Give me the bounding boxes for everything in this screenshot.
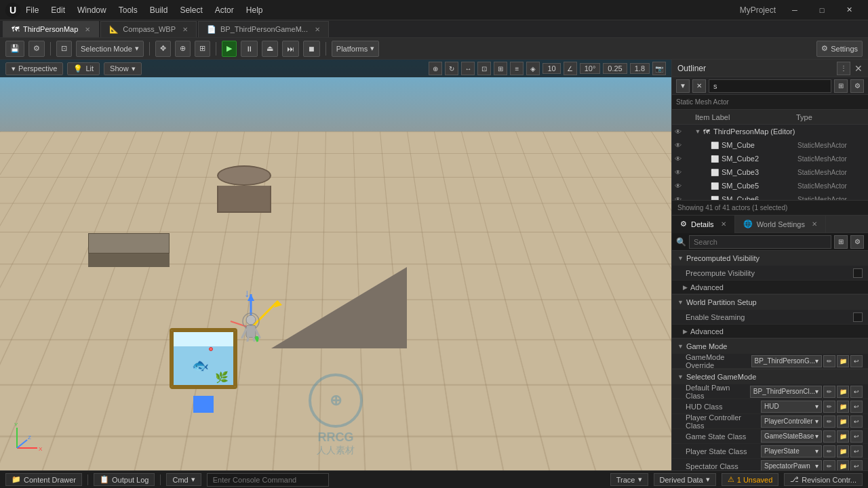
section-header-precomputed[interactable]: ▼ Precomputed Visibility [672, 251, 868, 266]
visibility-icon[interactable]: 👁 [675, 142, 684, 149]
skip-button[interactable]: ⏭ [282, 41, 299, 57]
expand-icon[interactable] [702, 182, 710, 190]
tree-item-smcube3[interactable]: 👁 ⬜ SM_Cube3 StaticMeshActor [672, 165, 868, 179]
tree-item-smcube2[interactable]: 👁 ⬜ SM_Cube2 StaticMeshActor [672, 152, 868, 165]
viewport-scale-icon[interactable]: ↔ [461, 62, 475, 75]
pc-clear-icon[interactable]: ↩ [850, 415, 863, 428]
menu-window[interactable]: Window [72, 4, 112, 16]
tab-close-icon[interactable]: ✕ [315, 26, 320, 33]
derived-data-button[interactable]: Derived Data ▾ [654, 473, 716, 486]
details-view-btn[interactable]: ⊞ [834, 235, 848, 249]
tab-close-icon[interactable]: ✕ [182, 26, 188, 33]
details-search-input[interactable] [689, 235, 831, 249]
viewport[interactable]: ▾ Perspective 💡 Lit Show ▾ ⊕ ↻ ↔ ⊡ ⊞ ≡ ◈… [0, 60, 671, 470]
mode-button[interactable]: ⊡ [56, 41, 72, 57]
source-control-button[interactable]: ⚙ [28, 41, 45, 57]
expand-icon[interactable] [702, 141, 710, 149]
gs-clear-icon[interactable]: ↩ [850, 430, 863, 443]
menu-edit[interactable]: Edit [45, 4, 71, 16]
label-col-header[interactable]: Item Label [695, 113, 796, 121]
outliner-options-icon[interactable]: ⋮ [837, 62, 850, 75]
platforms-button[interactable]: Platforms ▾ [332, 41, 379, 57]
trace-button[interactable]: Trace ▾ [610, 473, 648, 486]
outliner-search-input[interactable] [709, 79, 831, 93]
save-button[interactable]: 💾 [5, 41, 24, 57]
expand-icon[interactable] [702, 155, 710, 163]
lit-button[interactable]: 💡 Lit [67, 62, 100, 75]
subsection-header[interactable]: ▶ Advanced [672, 281, 868, 294]
gamemode-override-dropdown[interactable]: BP_ThirdPersonG... ▾ [751, 355, 822, 367]
viewport-grid-icon[interactable]: ⊞ [494, 62, 507, 75]
ps-edit-icon[interactable]: ✏ [823, 445, 835, 458]
output-log-button[interactable]: 📋 Output Log [94, 473, 155, 486]
tab-compass-wbp[interactable]: 📐 Compass_WBP ✕ [100, 21, 197, 37]
enable-streaming-checkbox[interactable] [853, 312, 863, 322]
pc-browse-icon[interactable]: 📁 [837, 415, 849, 428]
section-header-gamemode[interactable]: ▼ Game Mode [672, 339, 868, 354]
expand-icon[interactable] [702, 168, 710, 176]
outliner-settings-icon[interactable]: ⚙ [850, 79, 864, 93]
hud-clear-icon[interactable]: ↩ [850, 401, 863, 413]
pawn-clear-icon[interactable]: ↩ [850, 386, 863, 398]
tab-details[interactable]: ⚙ Details ✕ [672, 216, 735, 233]
expand-icon[interactable]: ▼ [694, 127, 702, 136]
settings-button[interactable]: ⚙ Settings [816, 41, 863, 57]
player-controller-dropdown[interactable]: PlayerController ▾ [761, 415, 822, 428]
tab-bp-thirdperson[interactable]: 📄 BP_ThirdPersonGameM... ✕ [198, 21, 329, 37]
gs-edit-icon[interactable]: ✏ [823, 430, 835, 443]
ps-clear-icon[interactable]: ↩ [850, 445, 863, 458]
tree-item-smcube6[interactable]: 👁 ⬜ SM_Cube6 StaticMeshActor [672, 192, 868, 200]
cmd-dropdown[interactable]: Cmd ▾ [166, 473, 201, 486]
transform-button[interactable]: ✥ [155, 41, 171, 57]
outliner-view-options-icon[interactable]: ⊞ [834, 79, 848, 93]
spec-edit-icon[interactable]: ✏ [823, 460, 835, 471]
tree-item-smcube[interactable]: 👁 ⬜ SM_Cube StaticMeshActor [672, 138, 868, 152]
show-button[interactable]: Show ▾ [104, 62, 142, 75]
stop-button[interactable]: ⏹ [303, 41, 320, 57]
grid-button[interactable]: ⊞ [195, 41, 210, 57]
tree-item-smcube5[interactable]: 👁 ⬜ SM_Cube5 StaticMeshActor [672, 179, 868, 192]
content-drawer-button[interactable]: 📁 Content Drawer [5, 473, 82, 486]
ps-browse-icon[interactable]: 📁 [837, 445, 849, 458]
tab-thirdpersonmap[interactable]: 🗺 ThirdPersonMap ✕ [3, 21, 99, 37]
menu-actor[interactable]: Actor [210, 4, 239, 16]
player-state-dropdown[interactable]: PlayerState ▾ [761, 445, 822, 458]
revision-control-button[interactable]: ⎇ Revision Contr... [784, 473, 863, 486]
pawn-browse-icon[interactable]: 📁 [837, 386, 849, 398]
hud-class-dropdown[interactable]: HUD ▾ [761, 401, 822, 413]
minimize-button[interactable]: ─ [781, 0, 808, 20]
section-header-selectedgamemode[interactable]: ▼ Selected GameMode [672, 369, 868, 384]
tab-close-icon[interactable]: ✕ [85, 26, 90, 33]
maximize-button[interactable]: □ [808, 0, 835, 20]
details-tab-close-icon[interactable]: ✕ [721, 220, 726, 228]
viewport-vis-icon[interactable]: ◈ [526, 62, 540, 75]
tree-item-root[interactable]: 👁 ▼ 🗺 ThirdPersonMap (Editor) [672, 125, 868, 138]
menu-file[interactable]: File [20, 4, 44, 16]
outliner-close-icon[interactable]: ✕ [692, 79, 706, 93]
spec-browse-icon[interactable]: 📁 [837, 460, 849, 471]
pause-button[interactable]: ⏸ [241, 41, 258, 57]
eject-button[interactable]: ⏏ [262, 41, 278, 57]
expand-icon[interactable] [702, 195, 710, 200]
viewport-move-icon[interactable]: ⊕ [429, 62, 442, 75]
menu-help[interactable]: Help [241, 4, 269, 16]
viewport-world-icon[interactable]: ⊡ [477, 62, 491, 75]
game-state-dropdown[interactable]: GameStateBase ▾ [761, 430, 822, 443]
hud-browse-icon[interactable]: 📁 [837, 401, 849, 413]
visibility-icon[interactable]: 👁 [675, 182, 684, 190]
close-button[interactable]: ✕ [835, 0, 863, 20]
play-button[interactable]: ▶ [222, 41, 237, 57]
perspective-button[interactable]: ▾ Perspective [5, 62, 63, 75]
viewport-angle-icon[interactable]: ∠ [564, 62, 577, 75]
console-input[interactable] [207, 473, 329, 487]
gamemode-browse-icon[interactable]: 📁 [837, 355, 849, 367]
gamemode-clear-icon[interactable]: ↩ [850, 355, 863, 367]
outliner-filter-icon[interactable]: ▼ [676, 79, 690, 93]
menu-select[interactable]: Select [174, 4, 208, 16]
visibility-icon[interactable]: 👁 [675, 128, 684, 136]
precompute-visibility-checkbox[interactable] [853, 268, 863, 278]
default-pawn-dropdown[interactable]: BP_ThirdPersonCl... ▾ [750, 386, 822, 398]
subsection-header[interactable]: ▶ Advanced [672, 325, 868, 338]
details-settings-btn[interactable]: ⚙ [850, 235, 864, 249]
snap-button[interactable]: ⊕ [175, 41, 191, 57]
